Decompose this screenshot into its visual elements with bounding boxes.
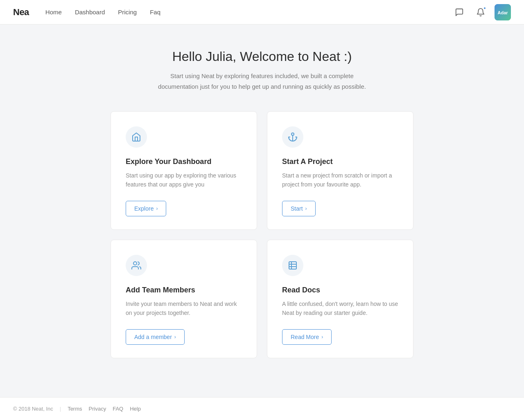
footer-terms[interactable]: Terms [68, 406, 82, 412]
card-icon-wrap-home [126, 126, 147, 148]
chevron-icon: › [156, 206, 158, 211]
footer: © 2018 Neat, Inc | Terms Privacy FAQ Hel… [0, 397, 524, 420]
svg-text:Adar: Adar [497, 10, 508, 15]
chat-button[interactable] [452, 5, 467, 20]
card-start-project: Start A Project Start a new project from… [267, 111, 413, 230]
card-title-docs: Read Docs [282, 286, 398, 294]
team-icon [131, 261, 141, 270]
start-button[interactable]: Start › [282, 201, 316, 216]
add-member-button[interactable]: Add a member › [126, 329, 185, 345]
brand-logo[interactable]: Nea [13, 7, 29, 18]
svg-rect-5 [289, 262, 296, 269]
cards-grid: Explore Your Dashboard Start using our a… [111, 111, 413, 358]
card-desc-docs: A little confused, don't worry, learn ho… [282, 299, 398, 318]
card-title-team: Add Team Members [126, 286, 242, 294]
nav-item-dashboard[interactable]: Dashboard [75, 9, 105, 16]
footer-divider: | [60, 406, 61, 412]
card-title-start: Start A Project [282, 157, 398, 166]
anchor-icon [288, 132, 298, 142]
card-icon-wrap-anchor [282, 126, 303, 148]
nav-item-home[interactable]: Home [45, 9, 62, 16]
chevron-icon: › [321, 334, 323, 340]
home-icon [131, 132, 141, 142]
nav-item-pricing[interactable]: Pricing [118, 9, 137, 16]
navbar: Nea Home Dashboard Pricing Faq [0, 0, 524, 25]
notifications-button[interactable] [473, 5, 488, 20]
explore-button[interactable]: Explore › [126, 201, 166, 216]
navbar-actions: Adar [452, 4, 511, 20]
copyright: © 2018 Neat, Inc [13, 406, 53, 412]
card-desc-start: Start a new project from scratch or impo… [282, 171, 398, 189]
svg-point-4 [133, 262, 137, 265]
read-more-button[interactable]: Read More › [282, 329, 332, 345]
main-content: Hello Julia, Welcome to Neat :) Start us… [0, 25, 524, 397]
footer-privacy[interactable]: Privacy [89, 406, 106, 412]
card-title-explore: Explore Your Dashboard [126, 157, 242, 166]
chevron-icon: › [305, 206, 307, 211]
card-explore-dashboard: Explore Your Dashboard Start using our a… [111, 111, 257, 230]
card-read-docs: Read Docs A little confused, don't worry… [267, 240, 413, 358]
footer-faq[interactable]: FAQ [113, 406, 123, 412]
welcome-section: Hello Julia, Welcome to Neat :) Start us… [156, 49, 368, 92]
card-icon-wrap-book [282, 255, 303, 276]
avatar-image: Adar [495, 4, 511, 20]
welcome-subtitle: Start using Neat by exploring features i… [156, 71, 368, 92]
chevron-icon: › [174, 334, 176, 340]
card-desc-explore: Start using our app by exploring the var… [126, 171, 242, 189]
card-icon-wrap-team [126, 255, 147, 276]
book-icon [288, 261, 298, 270]
footer-help[interactable]: Help [130, 406, 141, 412]
card-desc-team: Invite your team members to Neat and wor… [126, 299, 242, 318]
nav-links: Home Dashboard Pricing Faq [45, 9, 452, 16]
chat-icon [455, 8, 464, 17]
welcome-title: Hello Julia, Welcome to Neat :) [156, 49, 368, 64]
notification-dot [483, 7, 486, 10]
user-avatar[interactable]: Adar [495, 4, 511, 20]
nav-item-faq[interactable]: Faq [150, 9, 160, 16]
card-add-team: Add Team Members Invite your team member… [111, 240, 257, 358]
